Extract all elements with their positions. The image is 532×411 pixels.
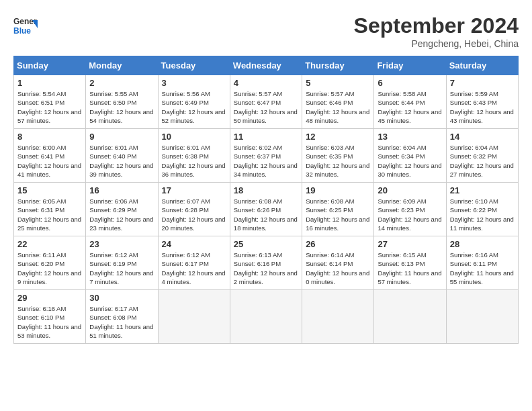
day-cell-14: 14 Sunrise: 6:04 AM Sunset: 6:32 PM Dayl… [446, 129, 518, 183]
logo: General Blue [13, 13, 38, 38]
day-info: Sunrise: 6:14 AM Sunset: 6:14 PM Dayligh… [306, 250, 370, 286]
day-info: Sunrise: 5:59 AM Sunset: 6:43 PM Dayligh… [450, 89, 515, 125]
day-number: 4 [234, 78, 298, 88]
day-cell-22: 22 Sunrise: 6:11 AM Sunset: 6:20 PM Dayl… [14, 236, 86, 290]
day-cell-26: 26 Sunrise: 6:14 AM Sunset: 6:14 PM Dayl… [302, 236, 374, 290]
day-number: 14 [450, 132, 515, 142]
day-info: Sunrise: 5:56 AM Sunset: 6:49 PM Dayligh… [162, 89, 226, 125]
title-section: September 2024 Pengcheng, Hebei, China [354, 13, 519, 49]
day-number: 22 [17, 239, 82, 249]
day-number: 30 [89, 293, 154, 303]
col-monday: Monday [86, 56, 158, 75]
day-number: 29 [17, 293, 82, 303]
day-number: 17 [162, 185, 226, 195]
day-info: Sunrise: 6:00 AM Sunset: 6:41 PM Dayligh… [17, 143, 82, 179]
day-info: Sunrise: 5:57 AM Sunset: 6:47 PM Dayligh… [234, 89, 298, 125]
day-info: Sunrise: 6:10 AM Sunset: 6:22 PM Dayligh… [450, 197, 515, 232]
day-cell-6: 6 Sunrise: 5:58 AM Sunset: 6:44 PM Dayli… [374, 75, 446, 129]
calendar-row: 22 Sunrise: 6:11 AM Sunset: 6:20 PM Dayl… [14, 236, 519, 290]
calendar-row: 15 Sunrise: 6:05 AM Sunset: 6:31 PM Dayl… [14, 183, 519, 236]
day-info: Sunrise: 6:09 AM Sunset: 6:23 PM Dayligh… [378, 197, 442, 232]
day-info: Sunrise: 6:05 AM Sunset: 6:31 PM Dayligh… [17, 197, 82, 232]
calendar-row: 1 Sunrise: 5:54 AM Sunset: 6:51 PM Dayli… [14, 75, 519, 129]
day-info: Sunrise: 5:57 AM Sunset: 6:46 PM Dayligh… [306, 89, 370, 125]
day-cell-4: 4 Sunrise: 5:57 AM Sunset: 6:47 PM Dayli… [230, 75, 302, 129]
day-info: Sunrise: 6:06 AM Sunset: 6:29 PM Dayligh… [89, 197, 154, 232]
day-number: 18 [234, 185, 298, 195]
day-info: Sunrise: 6:16 AM Sunset: 6:10 PM Dayligh… [17, 304, 82, 340]
day-info: Sunrise: 6:12 AM Sunset: 6:19 PM Dayligh… [89, 250, 154, 286]
day-number: 10 [162, 132, 226, 142]
day-number: 6 [378, 78, 442, 88]
col-tuesday: Tuesday [158, 56, 230, 75]
day-number: 5 [306, 78, 370, 88]
day-number: 1 [17, 78, 82, 88]
day-cell-12: 12 Sunrise: 6:03 AM Sunset: 6:35 PM Dayl… [302, 129, 374, 183]
day-info: Sunrise: 5:54 AM Sunset: 6:51 PM Dayligh… [17, 89, 82, 125]
day-cell-27: 27 Sunrise: 6:15 AM Sunset: 6:13 PM Dayl… [374, 236, 446, 290]
day-info: Sunrise: 6:07 AM Sunset: 6:28 PM Dayligh… [162, 197, 226, 232]
day-number: 23 [89, 239, 154, 249]
day-cell-28: 28 Sunrise: 6:16 AM Sunset: 6:11 PM Dayl… [446, 236, 518, 290]
day-cell-10: 10 Sunrise: 6:01 AM Sunset: 6:38 PM Dayl… [158, 129, 230, 183]
day-number: 8 [17, 132, 82, 142]
day-cell-19: 19 Sunrise: 6:08 AM Sunset: 6:25 PM Dayl… [302, 183, 374, 236]
day-number: 20 [378, 185, 442, 195]
day-cell-25: 25 Sunrise: 6:13 AM Sunset: 6:16 PM Dayl… [230, 236, 302, 290]
day-cell-17: 17 Sunrise: 6:07 AM Sunset: 6:28 PM Dayl… [158, 183, 230, 236]
calendar-header-row: Sunday Monday Tuesday Wednesday Thursday… [14, 56, 519, 75]
day-info: Sunrise: 6:16 AM Sunset: 6:11 PM Dayligh… [450, 250, 515, 286]
col-friday: Friday [374, 56, 446, 75]
day-cell-5: 5 Sunrise: 5:57 AM Sunset: 6:46 PM Dayli… [302, 75, 374, 129]
calendar-row: 8 Sunrise: 6:00 AM Sunset: 6:41 PM Dayli… [14, 129, 519, 183]
day-cell-11: 11 Sunrise: 6:02 AM Sunset: 6:37 PM Dayl… [230, 129, 302, 183]
page-header: General Blue September 2024 Pengcheng, H… [13, 13, 519, 49]
day-cell-3: 3 Sunrise: 5:56 AM Sunset: 6:49 PM Dayli… [158, 75, 230, 129]
day-number: 7 [450, 78, 515, 88]
empty-cell [302, 290, 374, 344]
day-cell-9: 9 Sunrise: 6:01 AM Sunset: 6:40 PM Dayli… [86, 129, 158, 183]
day-number: 21 [450, 185, 515, 195]
day-cell-2: 2 Sunrise: 5:55 AM Sunset: 6:50 PM Dayli… [86, 75, 158, 129]
day-info: Sunrise: 6:13 AM Sunset: 6:16 PM Dayligh… [234, 250, 298, 286]
day-info: Sunrise: 6:08 AM Sunset: 6:26 PM Dayligh… [234, 197, 298, 232]
day-number: 24 [162, 239, 226, 249]
empty-cell [446, 290, 518, 344]
day-cell-13: 13 Sunrise: 6:04 AM Sunset: 6:34 PM Dayl… [374, 129, 446, 183]
day-number: 16 [89, 185, 154, 195]
day-number: 2 [89, 78, 154, 88]
day-number: 3 [162, 78, 226, 88]
day-number: 25 [234, 239, 298, 249]
day-number: 11 [234, 132, 298, 142]
day-info: Sunrise: 6:02 AM Sunset: 6:37 PM Dayligh… [234, 143, 298, 179]
col-sunday: Sunday [14, 56, 86, 75]
day-cell-7: 7 Sunrise: 5:59 AM Sunset: 6:43 PM Dayli… [446, 75, 518, 129]
day-number: 12 [306, 132, 370, 142]
day-cell-20: 20 Sunrise: 6:09 AM Sunset: 6:23 PM Dayl… [374, 183, 446, 236]
day-cell-29: 29 Sunrise: 6:16 AM Sunset: 6:10 PM Dayl… [14, 290, 86, 344]
day-number: 26 [306, 239, 370, 249]
day-cell-16: 16 Sunrise: 6:06 AM Sunset: 6:29 PM Dayl… [86, 183, 158, 236]
day-info: Sunrise: 6:04 AM Sunset: 6:32 PM Dayligh… [450, 143, 515, 179]
day-number: 27 [378, 239, 442, 249]
calendar-table: Sunday Monday Tuesday Wednesday Thursday… [13, 56, 519, 344]
calendar-row: 29 Sunrise: 6:16 AM Sunset: 6:10 PM Dayl… [14, 290, 519, 344]
day-info: Sunrise: 6:17 AM Sunset: 6:08 PM Dayligh… [89, 304, 154, 340]
day-info: Sunrise: 6:08 AM Sunset: 6:25 PM Dayligh… [306, 197, 370, 232]
day-info: Sunrise: 6:12 AM Sunset: 6:17 PM Dayligh… [162, 250, 226, 286]
empty-cell [230, 290, 302, 344]
day-cell-15: 15 Sunrise: 6:05 AM Sunset: 6:31 PM Dayl… [14, 183, 86, 236]
day-number: 19 [306, 185, 370, 195]
day-cell-1: 1 Sunrise: 5:54 AM Sunset: 6:51 PM Dayli… [14, 75, 86, 129]
day-info: Sunrise: 6:01 AM Sunset: 6:38 PM Dayligh… [162, 143, 226, 179]
empty-cell [374, 290, 446, 344]
general-blue-logo-icon: General Blue [13, 13, 38, 38]
day-number: 15 [17, 185, 82, 195]
day-cell-23: 23 Sunrise: 6:12 AM Sunset: 6:19 PM Dayl… [86, 236, 158, 290]
day-number: 28 [450, 239, 515, 249]
svg-text:Blue: Blue [13, 26, 31, 36]
day-cell-18: 18 Sunrise: 6:08 AM Sunset: 6:26 PM Dayl… [230, 183, 302, 236]
day-cell-8: 8 Sunrise: 6:00 AM Sunset: 6:41 PM Dayli… [14, 129, 86, 183]
day-cell-21: 21 Sunrise: 6:10 AM Sunset: 6:22 PM Dayl… [446, 183, 518, 236]
col-wednesday: Wednesday [230, 56, 302, 75]
